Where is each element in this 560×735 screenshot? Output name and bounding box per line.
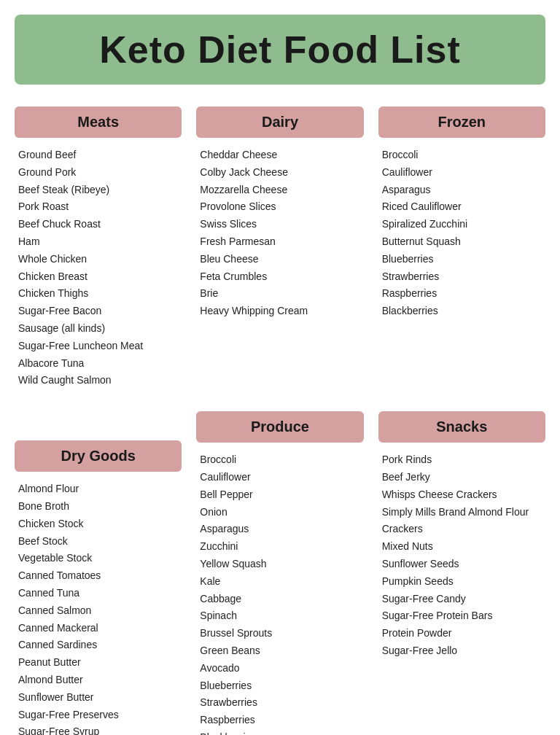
list-item: Heavy Whipping Cream: [200, 303, 359, 320]
list-item: Brussel Sprouts: [200, 625, 359, 642]
list-item: Sugar-Free Jello: [382, 642, 542, 660]
list-item: Peanut Butter: [18, 654, 178, 672]
list-item: Almond Flour: [18, 481, 178, 498]
list-item: Sugar-Free Luncheon Meat: [18, 338, 178, 355]
list-item: Chicken Stock: [18, 516, 178, 533]
produce-header: Produce: [196, 411, 363, 443]
list-item: Canned Mackeral: [18, 620, 178, 637]
list-item: Green Beans: [200, 642, 359, 660]
list-item: Colby Jack Cheese: [200, 164, 359, 182]
list-item: Beef Stock: [18, 533, 178, 551]
list-item: Bone Broth: [18, 498, 178, 516]
frozen-list: Broccoli Cauliflower Asparagus Riced Cau…: [378, 147, 545, 320]
list-item: Sunflower Seeds: [382, 556, 542, 573]
list-item: Ham: [18, 233, 178, 251]
list-item: Simply Mills Brand Almond Flour Crackers: [382, 504, 542, 539]
list-item: Asparagus: [382, 182, 542, 199]
list-item: Raspberries: [382, 285, 542, 303]
list-item: Blackberries: [200, 729, 359, 735]
meats-header: Meats: [15, 106, 182, 138]
list-item: Strawberries: [382, 268, 542, 286]
list-item: Sausage (all kinds): [18, 320, 178, 338]
list-item: Vegetable Stock: [18, 550, 178, 567]
list-item: Brie: [200, 285, 359, 303]
list-item: Beef Jerky: [382, 469, 542, 486]
snacks-header: Snacks: [378, 411, 545, 443]
list-item: Beef Chuck Roast: [18, 216, 178, 233]
list-item: Spiralized Zucchini: [382, 216, 542, 233]
snacks-label: Snacks: [389, 419, 534, 435]
list-item: Asparagus: [200, 521, 359, 538]
list-item: Sugar-Free Syrup: [18, 723, 178, 735]
meats-list: Ground Beef Ground Pork Beef Steak (Ribe…: [15, 147, 182, 389]
list-item: Feta Crumbles: [200, 268, 359, 286]
snacks-section: Snacks Pork Rinds Beef Jerky Whisps Chee…: [378, 411, 545, 735]
list-item: Chicken Breast: [18, 268, 178, 286]
snacks-list: Pork Rinds Beef Jerky Whisps Cheese Crac…: [378, 451, 545, 660]
page-wrapper: Keto Diet Food List Meats Ground Beef Gr…: [15, 15, 545, 735]
list-item: Ground Beef: [18, 147, 178, 164]
list-item: Protein Powder: [382, 625, 542, 642]
list-item: Pork Rinds: [382, 451, 542, 469]
list-item: Avocado: [200, 660, 359, 677]
list-item: Blueberries: [200, 677, 359, 695]
list-item: Cauliflower: [382, 164, 542, 182]
list-item: Provolone Slices: [200, 198, 359, 216]
list-item: Sugar-Free Bacon: [18, 303, 178, 320]
list-item: Spinach: [200, 607, 359, 625]
main-grid: Meats Ground Beef Ground Pork Beef Steak…: [15, 106, 545, 735]
dry-goods-header: Dry Goods: [15, 440, 182, 472]
list-item: Albacore Tuna: [18, 355, 178, 373]
list-item: Chicken Thighs: [18, 285, 178, 303]
dairy-list: Cheddar Cheese Colby Jack Cheese Mozzare…: [196, 147, 363, 320]
frozen-header: Frozen: [378, 106, 545, 138]
list-item: Butternut Squash: [382, 233, 542, 251]
list-item: Wild Caught Salmon: [18, 372, 178, 389]
dry-goods-section: Dry Goods Almond Flour Bone Broth Chicke…: [15, 440, 182, 735]
list-item: Onion: [200, 504, 359, 521]
list-item: Pork Roast: [18, 198, 178, 216]
list-item: Swiss Slices: [200, 216, 359, 233]
list-item: Sunflower Butter: [18, 689, 178, 707]
list-item: Raspberries: [200, 712, 359, 729]
list-item: Sugar-Free Protein Bars: [382, 607, 542, 625]
title-banner: Keto Diet Food List: [15, 15, 545, 85]
list-item: Zucchini: [200, 538, 359, 556]
dairy-label: Dairy: [207, 114, 352, 131]
list-item: Bell Pepper: [200, 486, 359, 504]
list-item: Sugar-Free Candy: [382, 591, 542, 608]
list-item: Cabbage: [200, 591, 359, 608]
list-item: Sugar-Free Preserves: [18, 707, 178, 724]
list-item: Cheddar Cheese: [200, 147, 359, 164]
meats-section: Meats Ground Beef Ground Pork Beef Steak…: [15, 106, 182, 389]
list-item: Mixed Nuts: [382, 538, 542, 556]
page-title: Keto Diet Food List: [29, 28, 531, 71]
list-item: Whisps Cheese Crackers: [382, 486, 542, 504]
list-item: Mozzarella Cheese: [200, 182, 359, 199]
list-item: Riced Cauliflower: [382, 198, 542, 216]
list-item: Almond Butter: [18, 672, 178, 689]
produce-section: Produce Broccoli Cauliflower Bell Pepper…: [196, 411, 363, 735]
list-item: Pumpkin Seeds: [382, 573, 542, 591]
list-item: Broccoli: [200, 451, 359, 469]
list-item: Canned Sardines: [18, 637, 178, 654]
list-item: Blackberries: [382, 303, 542, 320]
meats-label: Meats: [26, 114, 171, 131]
list-item: Kale: [200, 573, 359, 591]
dry-goods-list: Almond Flour Bone Broth Chicken Stock Be…: [15, 481, 182, 735]
list-item: Yellow Squash: [200, 556, 359, 573]
list-item: Canned Tuna: [18, 585, 178, 602]
frozen-label: Frozen: [389, 114, 534, 131]
list-item: Fresh Parmesan: [200, 233, 359, 251]
list-item: Bleu Cheese: [200, 251, 359, 268]
list-item: Ground Pork: [18, 164, 178, 182]
list-item: Whole Chicken: [18, 251, 178, 268]
produce-label: Produce: [207, 419, 352, 435]
list-item: Cauliflower: [200, 469, 359, 486]
dairy-section: Dairy Cheddar Cheese Colby Jack Cheese M…: [196, 106, 363, 389]
frozen-section: Frozen Broccoli Cauliflower Asparagus Ri…: [378, 106, 545, 389]
list-item: Canned Tomatoes: [18, 567, 178, 585]
list-item: Canned Salmon: [18, 602, 178, 620]
produce-list: Broccoli Cauliflower Bell Pepper Onion A…: [196, 451, 363, 735]
list-item: Broccoli: [382, 147, 542, 164]
